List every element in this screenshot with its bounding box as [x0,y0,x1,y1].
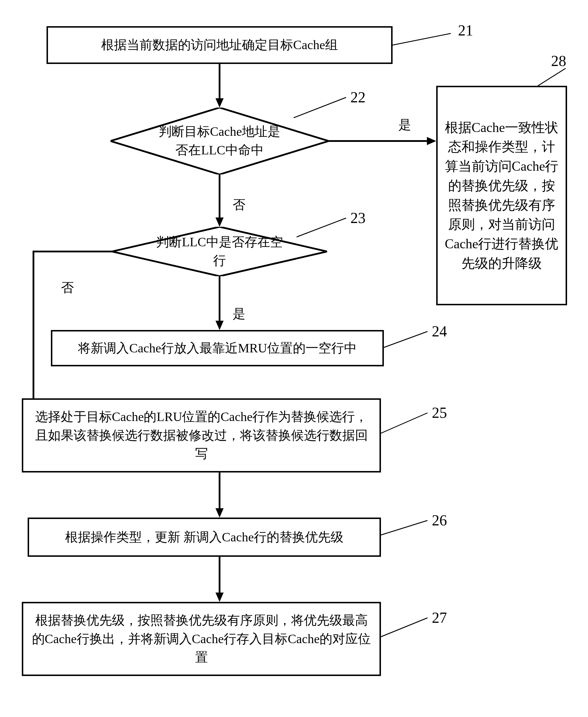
label-26: 26 [432,512,447,529]
svg-line-16 [381,413,427,433]
arrow-22-yes-to-28 [329,135,436,147]
step-28-compute-replace-priority-on-hit: 根据Cache一致性状态和操作类型，计算当前访问Cache行的替换优先级，按照替… [436,86,567,305]
step-28-text: 根据Cache一致性状态和操作类型，计算当前访问Cache行的替换优先级，按照替… [445,118,559,273]
svg-line-15 [384,332,427,347]
label-21: 21 [458,22,473,39]
svg-line-22 [381,618,427,637]
edge-label-23-yes: 是 [233,305,246,322]
decision-23-empty-line-exists: 判断LLC中是否存在空行 [112,227,327,276]
svg-marker-21 [215,593,224,602]
decision-22-hit-in-llc: 判断目标Cache地址是否在LLC中命中 [110,108,329,174]
svg-marker-2 [215,98,224,108]
leader-25 [381,413,429,436]
arrow-25-to-26 [214,472,225,518]
step-24-text: 将新调入Cache行放入最靠近MRU位置的一空行中 [78,339,357,358]
svg-marker-13 [215,321,224,330]
step-21-determine-target-cache-group: 根据当前数据的访问地址确定目标Cache组 [46,26,393,64]
leader-27 [381,618,429,640]
arrow-23-yes-to-24 [214,276,225,330]
svg-line-19 [381,521,427,535]
leader-21 [393,34,455,48]
svg-line-7 [538,68,566,86]
step-21-text: 根据当前数据的访问地址确定目标Cache组 [101,36,338,55]
step-27-swap-out-highest-priority: 根据替换优先级，按照替换优先级有序原则，将优先级最高的Cache行换出，并将新调… [22,602,381,676]
step-24-place-into-empty-near-mru: 将新调入Cache行放入最靠近MRU位置的一空行中 [51,330,384,366]
label-22: 22 [351,89,365,106]
edge-label-22-no: 否 [233,196,246,213]
step-26-text: 根据操作类型，更新 新调入Cache行的替换优先级 [65,528,343,547]
svg-marker-9 [215,217,224,227]
edge-label-23-no: 否 [61,279,74,296]
leader-26 [381,521,429,538]
step-25-select-lru-candidate-writeback: 选择处于目标Cache的LRU位置的Cache行作为替换候选行，且如果该替换候选… [22,398,381,472]
label-28: 28 [551,52,566,69]
decision-23-text: 判断LLC中是否存在空行 [155,233,284,270]
label-25: 25 [432,404,447,421]
arrow-21-to-22 [214,64,225,108]
decision-22-text: 判断目标Cache地址是否在LLC中命中 [154,122,285,160]
step-27-text: 根据替换优先级，按照替换优先级有序原则，将优先级最高的Cache行换出，并将新调… [30,611,373,667]
arrow-26-to-27 [214,557,225,602]
arrow-22-no-to-23 [214,174,225,227]
label-24: 24 [432,323,447,340]
step-26-update-replace-priority: 根据操作类型，更新 新调入Cache行的替换优先级 [28,518,381,557]
svg-marker-18 [215,508,224,518]
svg-marker-6 [427,137,436,145]
edge-label-22-yes: 是 [398,116,411,133]
leader-28 [538,68,567,86]
step-25-text: 选择处于目标Cache的LRU位置的Cache行作为替换候选行，且如果该替换候选… [30,408,373,463]
leader-24 [384,332,429,349]
label-27: 27 [432,609,447,626]
svg-line-0 [393,34,451,45]
label-23: 23 [351,209,365,227]
